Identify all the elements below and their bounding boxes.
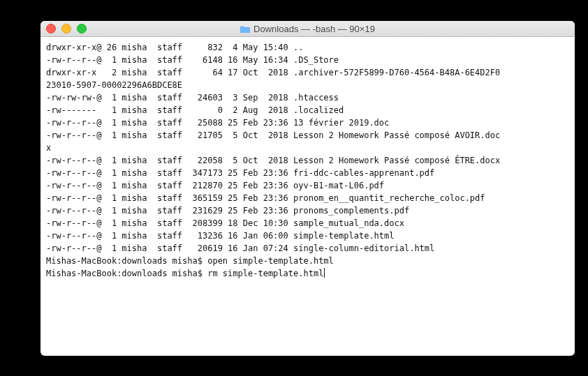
traffic-lights xyxy=(46,24,87,33)
minimize-icon[interactable] xyxy=(61,24,71,33)
window-title: Downloads — -bash — 90×19 xyxy=(41,24,575,34)
text-cursor xyxy=(324,268,325,278)
close-icon[interactable] xyxy=(46,24,56,33)
terminal-window: Downloads — -bash — 90×19 drwxr-xr-x@ 26… xyxy=(41,21,575,356)
zoom-icon[interactable] xyxy=(77,24,87,33)
terminal-body[interactable]: drwxr-xr-x@ 26 misha staff 832 4 May 15:… xyxy=(41,37,575,284)
window-title-text: Downloads — -bash — 90×19 xyxy=(253,24,375,34)
folder-icon xyxy=(240,25,250,33)
titlebar[interactable]: Downloads — -bash — 90×19 xyxy=(41,21,575,37)
